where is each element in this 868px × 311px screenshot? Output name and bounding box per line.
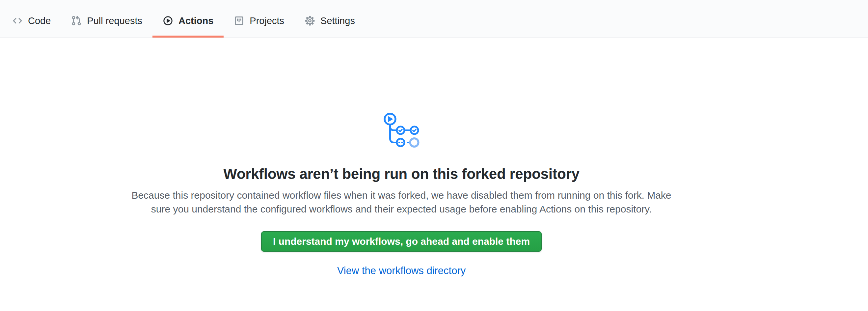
- tab-label: Pull requests: [87, 16, 142, 26]
- actions-disabled-blankslate: Workflows aren’t being run on this forke…: [0, 38, 803, 277]
- project-icon: [234, 15, 244, 26]
- tab-label: Settings: [320, 16, 355, 26]
- workflows-link-row: View the workflows directory: [0, 265, 803, 277]
- blankslate-description: Because this repository contained workfl…: [125, 188, 678, 216]
- tab-actions[interactable]: Actions: [152, 0, 224, 37]
- code-icon: [12, 15, 23, 26]
- tab-code[interactable]: Code: [2, 0, 61, 37]
- tab-label: Projects: [250, 16, 284, 26]
- workflow-graph-icon: [383, 113, 420, 148]
- gear-icon: [305, 15, 315, 26]
- tab-label: Actions: [179, 16, 213, 26]
- tab-label: Code: [28, 16, 51, 26]
- blankslate-heading: Workflows aren’t being run on this forke…: [0, 165, 803, 183]
- tab-settings[interactable]: Settings: [294, 0, 365, 37]
- view-workflows-directory-link[interactable]: View the workflows directory: [337, 265, 466, 276]
- active-tab-indicator: [152, 36, 224, 37]
- git-pull-request-icon: [71, 15, 82, 26]
- play-icon: [163, 15, 173, 26]
- enable-workflows-button[interactable]: I understand my workflows, go ahead and …: [261, 231, 542, 252]
- tab-pull-requests[interactable]: Pull requests: [61, 0, 152, 37]
- tab-projects[interactable]: Projects: [224, 0, 294, 37]
- enable-button-row: I understand my workflows, go ahead and …: [0, 216, 803, 252]
- repo-tab-nav: Code Pull requests Actions: [0, 0, 868, 38]
